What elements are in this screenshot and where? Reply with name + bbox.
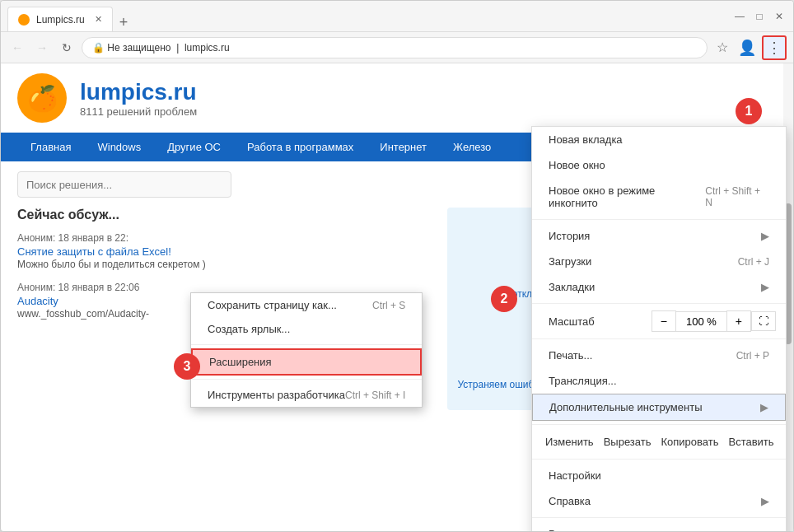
comment-1-link[interactable]: Снятие защиты с файла Excel! <box>17 245 171 258</box>
address-input[interactable] <box>82 37 708 58</box>
menu-div-4 <box>532 424 786 425</box>
nav-item-programs[interactable]: Работа в программах <box>234 133 367 161</box>
nav-item-other-os[interactable]: Другие ОС <box>154 133 234 161</box>
search-input[interactable] <box>17 171 231 198</box>
nav-item-internet[interactable]: Интернет <box>367 133 440 161</box>
badge-2: 2 <box>491 286 517 312</box>
zoom-fullscreen-button[interactable]: ⛶ <box>751 311 776 331</box>
badge-1: 1 <box>736 98 762 124</box>
maximize-button[interactable]: □ <box>752 9 767 24</box>
bookmark-button[interactable]: ☆ <box>712 38 732 58</box>
menu-settings[interactable]: Настройки <box>532 463 786 488</box>
site-name: lumpics.ru <box>80 79 197 105</box>
menu-bookmarks-label: Закладки <box>549 281 595 293</box>
ctx-create-shortcut[interactable]: Создать ярлык... <box>191 317 422 341</box>
menu-cast[interactable]: Трансляция... <box>532 368 786 394</box>
menu-div-1 <box>532 219 786 220</box>
menu-cast-label: Трансляция... <box>549 375 617 387</box>
comment-1-text: Можно было бы и поделиться секретом ) <box>17 259 431 270</box>
edit-paste-btn[interactable]: Вставить <box>725 432 777 452</box>
menu-new-window-label: Новое окно <box>549 159 605 171</box>
tabs-area: Lumpics.ru ✕ + <box>7 1 732 31</box>
menu-new-tab-label: Новая вкладка <box>549 133 623 146</box>
ctx-devtools[interactable]: Инструменты разработчика Ctrl + Shift + … <box>191 383 422 407</box>
ctx-divider-2 <box>191 379 422 380</box>
edit-cut-btn[interactable]: Вырезать <box>600 432 655 452</box>
menu-div-2 <box>532 303 786 304</box>
comment-1-meta: Аноним: 18 января в 22: <box>17 232 431 244</box>
forward-button[interactable]: → <box>32 38 52 58</box>
menu-history[interactable]: История ▶ <box>532 223 786 249</box>
menu-new-window[interactable]: Новое окно <box>532 152 786 178</box>
nav-item-hardware[interactable]: Железо <box>440 133 504 161</box>
menu-incognito-shortcut: Ctrl + Shift + N <box>705 185 769 208</box>
comment-1: Аноним: 18 января в 22: Снятие защиты с … <box>17 232 431 270</box>
menu-incognito-label: Новое окно в режиме инкогнито <box>549 184 705 209</box>
comment-2-meta: Аноним: 18 января в 22:06 <box>17 282 431 293</box>
ctx-save-page-label: Сохранить страницу как... <box>208 299 337 311</box>
zoom-label: Масштаб <box>542 315 652 328</box>
menu-print[interactable]: Печать... Ctrl + P <box>532 343 786 368</box>
tab-close-button[interactable]: ✕ <box>95 14 102 25</box>
menu-div-3 <box>532 338 786 339</box>
sub-context-menu: Сохранить страницу как... Ctrl + S Созда… <box>190 292 423 408</box>
site-tagline: 8111 решений проблем <box>80 105 197 118</box>
ctx-extensions[interactable]: Расширения <box>191 348 422 376</box>
zoom-row: Масштаб − 100 % + ⛶ <box>532 307 786 335</box>
ctx-save-shortcut: Ctrl + S <box>372 300 405 311</box>
menu-div-5 <box>532 459 786 460</box>
menu-downloads-shortcut: Ctrl + J <box>738 256 769 268</box>
site-header: 🍊 lumpics.ru 8111 решений проблем <box>1 63 793 133</box>
avatar-button[interactable]: 👤 <box>737 38 757 58</box>
menu-history-arrow: ▶ <box>761 230 769 242</box>
active-tab[interactable]: Lumpics.ru ✕ <box>7 7 113 31</box>
menu-more-tools-label: Дополнительные инструменты <box>549 401 703 413</box>
comment-2-link[interactable]: Audacity <box>17 295 58 307</box>
menu-more-tools-arrow: ▶ <box>760 401 768 413</box>
title-bar: Lumpics.ru ✕ + — □ ✕ <box>1 1 793 32</box>
menu-print-shortcut: Ctrl + P <box>736 350 769 362</box>
menu-downloads[interactable]: Загрузки Ctrl + J <box>532 249 786 274</box>
back-button[interactable]: ← <box>7 38 27 58</box>
page-content: 🍊 lumpics.ru 8111 решений проблем Главна… <box>1 63 793 531</box>
menu-incognito[interactable]: Новое окно в режиме инкогнито Ctrl + Shi… <box>532 178 786 216</box>
ctx-create-shortcut-label: Создать ярлык... <box>208 323 290 335</box>
window-controls: — □ ✕ <box>732 9 787 24</box>
menu-exit[interactable]: Выход <box>532 521 786 531</box>
menu-help[interactable]: Справка ▶ <box>532 488 786 514</box>
badge-3: 3 <box>174 353 200 380</box>
menu-settings-label: Настройки <box>549 469 601 482</box>
minimize-button[interactable]: — <box>732 9 747 24</box>
menu-bookmarks-arrow: ▶ <box>761 281 769 293</box>
close-button[interactable]: ✕ <box>772 9 787 24</box>
menu-downloads-label: Загрузки <box>549 255 591 268</box>
zoom-plus-button[interactable]: + <box>726 310 751 332</box>
ctx-devtools-label: Инструменты разработчика <box>208 389 345 401</box>
menu-help-label: Справка <box>549 495 591 507</box>
edit-change-btn[interactable]: Изменить <box>542 432 597 452</box>
menu-history-label: История <box>549 230 590 242</box>
chrome-menu: Новая вкладка Новое окно Новое окно в ре… <box>531 126 787 531</box>
section-title: Сейчас обсуж... <box>17 208 431 222</box>
chrome-menu-button[interactable]: ⋮ <box>762 35 787 60</box>
menu-more-tools[interactable]: Дополнительные инструменты ▶ <box>532 394 786 421</box>
browser-window: Lumpics.ru ✕ + — □ ✕ ← → ↻ ☆ 👤 ⋮ 🍊 <box>0 0 794 532</box>
ctx-save-page[interactable]: Сохранить страницу как... Ctrl + S <box>191 293 422 317</box>
edit-copy-btn[interactable]: Копировать <box>657 432 722 452</box>
tab-favicon <box>18 14 30 26</box>
site-info: lumpics.ru 8111 решений проблем <box>80 79 197 118</box>
nav-item-windows[interactable]: Windows <box>84 133 154 161</box>
ctx-devtools-shortcut: Ctrl + Shift + I <box>345 390 405 401</box>
nav-item-home[interactable]: Главная <box>17 133 84 161</box>
menu-new-tab[interactable]: Новая вкладка <box>532 127 786 152</box>
site-logo: 🍊 <box>17 73 67 123</box>
refresh-button[interactable]: ↻ <box>57 38 77 58</box>
menu-bookmarks[interactable]: Закладки ▶ <box>532 274 786 300</box>
menu-div-6 <box>532 517 786 518</box>
address-bar: ← → ↻ ☆ 👤 ⋮ <box>1 32 793 63</box>
new-tab-button[interactable]: + <box>113 14 135 31</box>
tab-label: Lumpics.ru <box>36 14 85 26</box>
menu-help-arrow: ▶ <box>761 495 769 507</box>
menu-exit-label: Выход <box>549 528 581 531</box>
zoom-minus-button[interactable]: − <box>652 310 676 332</box>
